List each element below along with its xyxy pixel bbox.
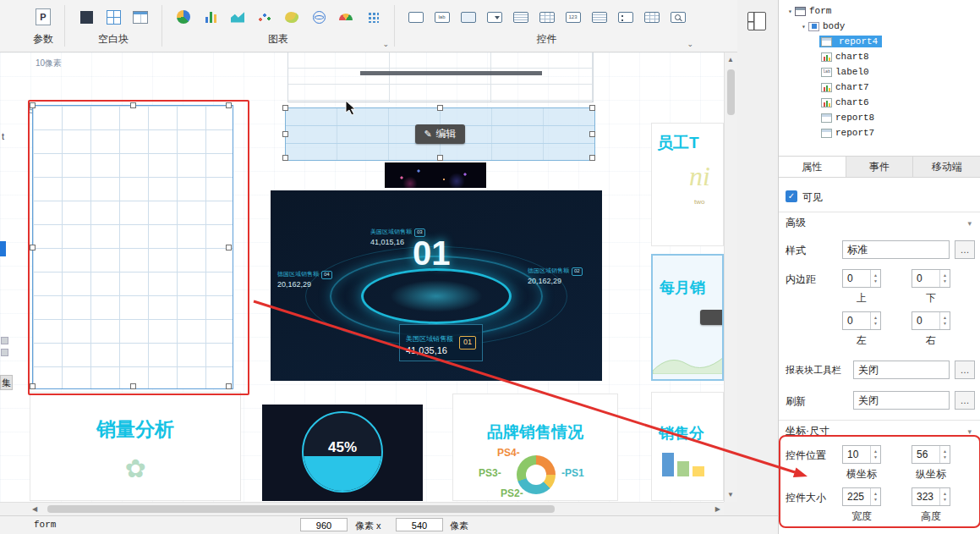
tree-item-form[interactable]: ▾ form [779,3,980,19]
selection-handle[interactable] [130,383,136,389]
report-toolbar-select[interactable]: 关闭 [853,361,950,379]
combobox-control-icon[interactable] [484,6,505,28]
spinner-icon[interactable]: ▲▼ [939,312,950,329]
selection-handle[interactable] [282,155,288,161]
edit-button[interactable]: ✎ 编辑 [415,124,464,144]
spinner-icon[interactable]: ▲▼ [870,446,880,463]
grid-control-icon[interactable] [536,6,557,28]
canvas-height-input[interactable]: 540 [396,518,443,531]
padding-top-input[interactable]: 0 ▲▼ [842,269,881,288]
selection-handle[interactable] [226,383,232,389]
table-block-icon[interactable] [129,6,151,28]
style-select[interactable]: 标准 [842,240,950,259]
tree-item-label0[interactable]: lab label0 [779,64,980,80]
spinner-icon[interactable]: ▲▼ [870,270,880,287]
parameter-icon[interactable]: P [32,6,54,28]
spinner-icon[interactable]: ▲▼ [939,488,950,505]
brand-sales-panel[interactable]: 品牌销售情况 PS4- PS3- -PS1 PS2- [452,394,618,501]
clipped-left-icon[interactable] [1,337,8,344]
selection-handle[interactable] [226,245,232,250]
blank-block-icon[interactable] [75,6,97,28]
refresh-select[interactable]: 关闭 [853,391,950,410]
scatter-chart-icon[interactable] [254,6,276,28]
padding-bottom-input[interactable]: 0 ▲▼ [912,269,950,288]
tree-item-chart7[interactable]: chart7 [779,80,980,95]
tree-item-report7[interactable]: report7 [779,125,980,140]
grid-block-icon[interactable] [102,6,124,28]
region-sales-dashboard-chart[interactable]: 01 美国区域销售额03 41,015,16 德国区域销售额04 20,162,… [271,190,602,381]
expand-icon[interactable]: ▾ [786,8,795,15]
scroll-right-icon[interactable]: ▶ [715,505,720,513]
label-control-icon[interactable]: lab [431,6,452,28]
selection-handle[interactable] [30,102,36,108]
horizontal-scroll-thumb[interactable] [47,505,555,513]
spinner-icon[interactable]: ▲▼ [870,488,880,505]
visible-checkbox[interactable]: ✓ [786,190,797,202]
horizontal-scrollbar[interactable]: ◀ ▶ [0,502,724,515]
spinner-icon[interactable]: ▲▼ [939,446,950,463]
textfield-control-icon[interactable] [405,6,426,28]
refresh-more-button[interactable]: … [955,391,975,410]
report4-grid[interactable] [32,105,233,389]
size-height-input[interactable]: 323 ▲▼ [912,487,950,506]
tree-item-report8[interactable]: report8 [779,110,980,125]
coordinate-section-header[interactable]: 坐标·尺寸 ▾ [779,420,980,444]
position-x-input[interactable]: 10 ▲▼ [842,445,881,464]
area-chart-icon[interactable] [227,6,249,28]
position-y-input[interactable]: 56 ▲▼ [912,445,950,464]
textarea-control-icon[interactable] [510,6,531,28]
checklist-control-icon[interactable] [641,6,662,28]
fireworks-image[interactable] [385,162,486,188]
scroll-down-icon[interactable]: ▼ [727,491,734,498]
collapse-icon[interactable]: ▾ [967,427,972,436]
pie-chart-icon[interactable] [172,6,194,28]
report-toolbar-more-button[interactable]: … [955,361,975,379]
tab-properties[interactable]: 属性 [779,157,846,177]
selection-handle[interactable] [226,102,232,108]
spinner-icon[interactable]: ▲▼ [870,312,880,329]
clipped-left-icon[interactable] [1,349,8,356]
monthly-panel-slider-handle[interactable] [700,310,724,325]
size-width-input[interactable]: 225 ▲▼ [842,487,881,506]
tab-mobile[interactable]: 移动端 [913,157,980,177]
clipped-left-blue-tab[interactable] [0,241,6,256]
selection-handle[interactable] [130,102,136,108]
sales-distribution-panel[interactable]: 销售分 [651,392,724,501]
map-chart-icon[interactable] [281,6,303,28]
button-control-icon[interactable] [457,6,479,28]
gauge-chart-icon[interactable] [335,6,357,28]
monthly-sales-panel[interactable]: 每月销 [651,254,724,381]
selection-handle[interactable] [282,131,288,137]
employee-panel[interactable]: 员工T ni two [651,123,724,246]
selected-report-block[interactable]: ✎ 编辑 [285,107,595,161]
controls-dropdown-chevron-icon[interactable]: ⌄ [687,40,693,48]
scroll-up-icon[interactable]: ▲ [727,56,734,63]
expand-icon[interactable]: ▾ [799,23,808,30]
canvas-width-input[interactable]: 960 [300,518,348,531]
layout-toggle-icon[interactable] [747,12,766,30]
radio-control-icon[interactable] [615,6,636,28]
selection-handle[interactable] [437,105,443,111]
charts-dropdown-chevron-icon[interactable]: ⌄ [382,40,389,48]
selection-handle[interactable] [589,155,595,161]
tree-item-chart6[interactable]: chart6 [779,95,980,110]
globe-chart-icon[interactable] [308,6,330,28]
list-control-icon[interactable] [589,6,610,28]
selection-handle[interactable] [30,245,36,250]
selection-handle[interactable] [589,105,595,111]
tree-item-chart8[interactable]: chart8 [779,49,980,64]
advanced-section-header[interactable]: 高级 ▾ [779,212,980,236]
padding-right-input[interactable]: 0 ▲▼ [912,311,950,330]
sales-analysis-panel[interactable]: 销量分析 ✿ [30,392,241,501]
vertical-scroll-thumb[interactable] [727,69,735,115]
liquid-gauge-panel[interactable]: 45% [262,405,423,501]
query-control-icon[interactable] [667,6,688,28]
spinner-icon[interactable]: ▲▼ [939,270,950,287]
style-more-button[interactable]: … [955,240,975,259]
bar-chart-icon[interactable] [200,6,222,28]
padding-left-input[interactable]: 0 ▲▼ [842,311,881,330]
selection-handle[interactable] [282,105,288,111]
form-tab[interactable]: form [34,520,56,530]
number-control-icon[interactable]: 123 [562,6,583,28]
selection-handle[interactable] [437,155,443,161]
